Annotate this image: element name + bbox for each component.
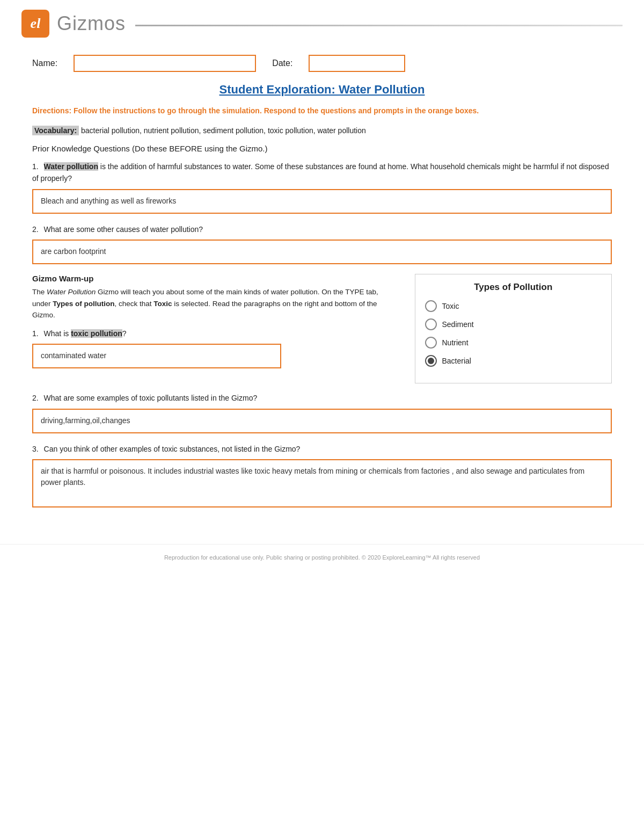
warmup-question-1: 1. What is toxic pollution? contaminated…: [32, 328, 399, 368]
warmup-section: Gizmo Warm-up The Water Pollution Gizmo …: [32, 274, 612, 383]
radio-sediment-label: Sediment: [442, 320, 474, 329]
name-date-row: Name: Date:: [0, 43, 644, 77]
vocabulary-terms: bacterial pollution, nutrient pollution,…: [81, 126, 366, 135]
brand-name: Gizmos: [57, 12, 126, 35]
radio-bacterial-label: Bacterial: [442, 357, 471, 365]
prior-question-2: 2. What are some other causes of water p…: [32, 223, 612, 264]
warmup-q1-text-before: What is: [44, 329, 71, 338]
pollution-type-box: Types of Pollution Toxic Sediment Nutrie…: [415, 274, 612, 383]
warmup-question-3: 3. Can you think of other examples of to…: [32, 443, 612, 507]
prior-q2-text: 2. What are some other causes of water p…: [32, 223, 612, 235]
prior-q1-highlight: Water pollution: [44, 162, 98, 171]
directions: Directions: Follow the instructions to g…: [32, 105, 612, 117]
radio-sediment-circle[interactable]: [425, 318, 437, 330]
warmup-q2-text-main: What are some examples of toxic pollutan…: [44, 394, 258, 402]
warmup-q2-answer[interactable]: driving,farming,oil,changes: [32, 409, 612, 433]
vocabulary-label: Vocabulary:: [32, 126, 79, 135]
page-header: el Gizmos: [0, 0, 644, 43]
warmup-description: The Water Pollution Gizmo will teach you…: [32, 286, 399, 321]
footer: Reproduction for educational use only. P…: [0, 544, 644, 569]
header-rule: [135, 25, 623, 26]
radio-toxic-label: Toxic: [442, 302, 459, 310]
warmup-q1-highlight: toxic pollution: [71, 329, 122, 338]
pollution-type-title: Types of Pollution: [425, 282, 602, 293]
warmup-toxic-label: Toxic: [153, 300, 172, 308]
warmup-gizmo-name: Water Pollution: [47, 288, 96, 296]
prior-question-1: 1. Water pollution is the addition of ha…: [32, 161, 612, 214]
name-input[interactable]: [74, 55, 256, 72]
prior-q2-number: 2.: [32, 225, 39, 234]
logo-box: el: [21, 10, 49, 38]
radio-sediment[interactable]: Sediment: [425, 318, 602, 330]
prior-q1-text-after: is the addition of harmful substances to…: [32, 162, 609, 183]
radio-nutrient[interactable]: Nutrient: [425, 337, 602, 349]
warmup-q1-text-after: ?: [122, 329, 127, 338]
name-label: Name:: [32, 59, 57, 68]
prior-knowledge-heading: Prior Knowledge Questions (Do these BEFO…: [32, 144, 612, 153]
prior-q1-number: 1.: [32, 162, 39, 171]
warmup-question-2: 2. What are some examples of toxic pollu…: [32, 392, 612, 433]
radio-nutrient-circle[interactable]: [425, 337, 437, 349]
prior-q2-answer[interactable]: are carbon footprint: [32, 240, 612, 264]
warmup-questions-left: 1. What is toxic pollution? contaminated…: [32, 328, 399, 368]
warmup-q3-number: 3.: [32, 445, 39, 453]
warmup-q3-text-main: Can you think of other examples of toxic…: [44, 445, 301, 453]
warmup-q3-answer[interactable]: air that is harmful or poisonous. It inc…: [32, 459, 612, 507]
warmup-title: Gizmo Warm-up: [32, 274, 399, 283]
radio-bacterial-inner: [428, 358, 434, 364]
warmup-tab-label: Types of pollution: [53, 300, 114, 308]
prior-q1-answer[interactable]: Bleach and anything as well as fireworks: [32, 189, 612, 214]
warmup-q3-text: 3. Can you think of other examples of to…: [32, 443, 612, 455]
logo-text: el: [31, 16, 41, 32]
vocabulary-line: Vocabulary: bacterial pollution, nutrien…: [32, 125, 612, 136]
prior-q2-text-main: What are some other causes of water poll…: [44, 225, 203, 234]
warmup-q1-answer[interactable]: contaminated water: [32, 344, 281, 368]
radio-nutrient-label: Nutrient: [442, 338, 469, 347]
prior-q1-text: 1. Water pollution is the addition of ha…: [32, 161, 612, 185]
date-label: Date:: [272, 59, 292, 68]
radio-bacterial[interactable]: Bacterial: [425, 355, 602, 367]
warmup-left: Gizmo Warm-up The Water Pollution Gizmo …: [32, 274, 399, 383]
warmup-right: Types of Pollution Toxic Sediment Nutrie…: [415, 274, 612, 383]
warmup-q1-text: 1. What is toxic pollution?: [32, 328, 399, 339]
date-input[interactable]: [309, 55, 405, 72]
warmup-q2-text: 2. What are some examples of toxic pollu…: [32, 392, 612, 404]
main-content: Student Exploration: Water Pollution Dir…: [0, 77, 644, 533]
radio-toxic-circle[interactable]: [425, 300, 437, 312]
radio-bacterial-circle[interactable]: [425, 355, 437, 367]
page-title: Student Exploration: Water Pollution: [32, 83, 612, 97]
warmup-q1-number: 1.: [32, 329, 39, 338]
warmup-q2-number: 2.: [32, 394, 39, 402]
radio-toxic[interactable]: Toxic: [425, 300, 602, 312]
